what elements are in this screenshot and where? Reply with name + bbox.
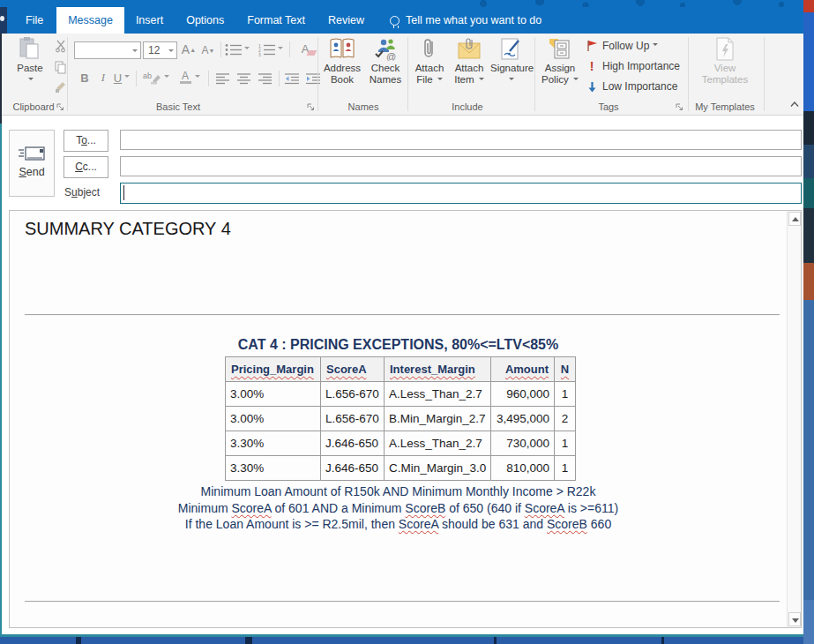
signature-button[interactable]: Signature (490, 36, 531, 86)
collapse-ribbon-button[interactable] (789, 101, 800, 108)
signature-icon (499, 37, 522, 61)
column-header: Interest_Margin (385, 357, 491, 382)
view-templates-button[interactable]: View Templates (697, 36, 753, 86)
table-title: CAT 4 : PRICING EXCEPTIONS, 80%<=LTV<85% (10, 337, 787, 353)
font-color-button[interactable]: A (176, 70, 203, 86)
check-names-icon: @ (372, 38, 399, 61)
scroll-down-button[interactable] (788, 612, 801, 626)
attach-item-icon (457, 37, 482, 61)
follow-up-button[interactable]: Follow Up (586, 40, 658, 52)
table-row: 3.30%J.646-650A.Less_Than_2.7730,0001 (226, 431, 576, 456)
bold-button[interactable]: B (78, 70, 92, 86)
text-caret (123, 185, 124, 200)
table-row: 3.00%L.656-670A.Less_Than_2.7960,0001 (226, 382, 576, 407)
high-importance-button[interactable]: ! High Importance (586, 60, 680, 72)
decrease-indent-button[interactable] (282, 71, 302, 86)
table-cell: 1 (555, 431, 576, 456)
table-cell: L.656-670 (321, 382, 385, 407)
to-field[interactable] (120, 130, 802, 150)
assign-policy-icon (548, 37, 572, 61)
cut-icon (55, 40, 68, 53)
address-book-button[interactable]: Address Book (321, 36, 363, 86)
my-templates-group-label: My Templates (688, 101, 762, 112)
send-label-accel: S (19, 166, 26, 178)
body-scrollbar[interactable] (787, 211, 801, 627)
tab-review[interactable]: Review (317, 7, 376, 34)
paste-button[interactable]: Paste (9, 36, 51, 86)
tab-insert[interactable]: Insert (124, 7, 175, 34)
attach-file-icon (423, 37, 436, 61)
table-cell: 3.30% (226, 431, 321, 456)
pricing-exceptions-table: Pricing_MarginScoreAInterest_MarginAmoun… (225, 356, 576, 481)
follow-up-flag-icon (586, 40, 598, 52)
table-cell: B.Min_Margin_2.7 (385, 407, 491, 431)
underline-button[interactable]: U (115, 70, 129, 86)
grow-font-button[interactable]: A▲ (180, 41, 198, 58)
window-top-strip (0, 0, 803, 7)
bullets-button[interactable] (224, 41, 250, 58)
paste-icon (19, 36, 41, 61)
table-notes: Minimum Loan Amount of R150k AND Minimum… (10, 483, 787, 533)
send-button[interactable]: Send (9, 130, 55, 197)
subject-field[interactable] (120, 183, 802, 204)
tab-options[interactable]: Options (175, 7, 235, 34)
align-right-button[interactable] (256, 71, 275, 86)
font-size-combo[interactable]: 12 (143, 41, 177, 59)
assign-policy-button[interactable]: Assign Policy (538, 36, 582, 86)
align-center-button[interactable] (235, 71, 254, 86)
to-button[interactable]: To... (63, 130, 108, 152)
table-cell: 3.30% (226, 456, 321, 481)
table-header-row: Pricing_MarginScoreAInterest_MarginAmoun… (226, 357, 576, 382)
high-importance-icon: ! (586, 60, 598, 72)
table-cell: 1 (555, 456, 576, 481)
ribbon-tab-bar: FileMessageInsertOptionsFormat TextRevie… (7, 7, 803, 34)
table-cell: 1 (555, 382, 576, 407)
bullets-icon (225, 43, 243, 56)
align-left-button[interactable] (213, 71, 233, 86)
tab-message[interactable]: Message (56, 7, 124, 34)
note-line: If the Loan Amount is >= R2.5mil, then S… (10, 516, 787, 533)
svg-text:@: @ (386, 51, 396, 61)
tab-format-text[interactable]: Format Text (235, 7, 317, 34)
background-right-strip (803, 0, 814, 644)
ribbon: Paste Clipboard 12 A▲ A▼ (2, 34, 803, 116)
font-name-combo[interactable] (74, 41, 141, 59)
highlight-button[interactable]: ab (141, 70, 171, 86)
table-row: 3.30%J.646-650C.Min_Margin_3.0810,0001 (226, 456, 576, 481)
clipboard-group-label: Clipboard (9, 101, 58, 112)
send-icon (18, 145, 46, 164)
numbering-button[interactable]: 123 (258, 41, 284, 58)
address-book-icon (329, 38, 355, 61)
low-importance-button[interactable]: Low Importance (586, 80, 677, 93)
cc-button[interactable]: Cc... (63, 156, 108, 178)
tags-dialog-launcher[interactable] (676, 103, 684, 112)
table-cell: 810,000 (491, 456, 555, 481)
table-cell: 2 (555, 407, 576, 431)
check-names-button[interactable]: @ Check Names (365, 36, 406, 86)
cc-field[interactable] (120, 156, 802, 176)
highlight-icon: ab (143, 71, 162, 85)
table-cell: A.Less_Than_2.7 (385, 431, 491, 456)
increase-indent-button[interactable] (303, 71, 323, 86)
table-cell: 730,000 (491, 431, 555, 456)
clear-formatting-button[interactable]: A (295, 39, 316, 58)
attach-file-button[interactable]: Attach File (411, 36, 448, 86)
table-cell: 3,495,000 (491, 407, 555, 431)
attach-item-button[interactable]: Attach Item (450, 36, 489, 86)
view-templates-icon (714, 37, 736, 61)
column-header: Pricing_Margin (226, 357, 321, 382)
copy-icon (55, 61, 67, 74)
basic-text-dialog-launcher[interactable] (307, 103, 316, 112)
table-cell: J.646-650 (321, 431, 385, 456)
tell-me-box[interactable]: Tell me what you want to do (390, 7, 541, 34)
shrink-font-button[interactable]: A▼ (199, 42, 217, 58)
clipboard-dialog-launcher[interactable] (56, 103, 65, 112)
background-dot (0, 16, 4, 21)
svg-text:ab: ab (143, 71, 152, 80)
scroll-up-button[interactable] (788, 212, 801, 226)
table-cell: 3.00% (226, 382, 321, 407)
tab-file[interactable]: File (12, 7, 56, 34)
table-cell: C.Min_Margin_3.0 (385, 456, 491, 481)
table-cell: 960,000 (491, 382, 555, 407)
italic-button[interactable]: I (97, 70, 109, 86)
